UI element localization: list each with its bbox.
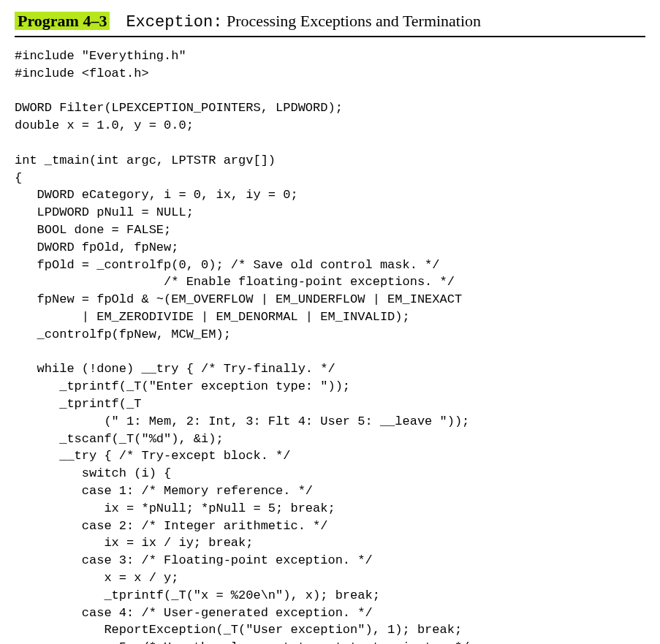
code-block: #include "Everything.h" #include <float.… bbox=[15, 48, 645, 644]
code-title: Exception: bbox=[126, 13, 222, 31]
program-label: Program 4–3 bbox=[15, 12, 110, 30]
program-heading: Program 4–3 Exception: Processing Except… bbox=[15, 12, 645, 37]
heading-separator bbox=[114, 12, 122, 30]
heading-subtitle: Processing Exceptions and Termination bbox=[227, 12, 481, 30]
